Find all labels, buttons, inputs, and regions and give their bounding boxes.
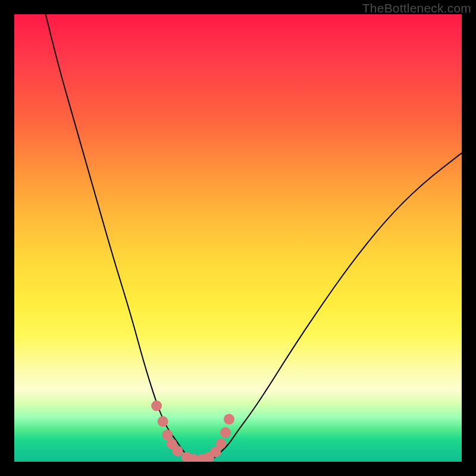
chart-frame: TheBottleneck.com [0,0,476,476]
curve-right-branch [211,153,462,461]
curve-left-branch [46,14,193,461]
plot-area [14,14,462,462]
data-marker [172,446,183,456]
data-marker [215,439,226,449]
watermark-text: TheBottleneck.com [362,1,471,15]
data-marker [151,400,162,411]
data-marker [220,427,231,438]
data-marker [224,414,234,425]
curve-layer [14,14,462,462]
data-marker [158,416,168,427]
